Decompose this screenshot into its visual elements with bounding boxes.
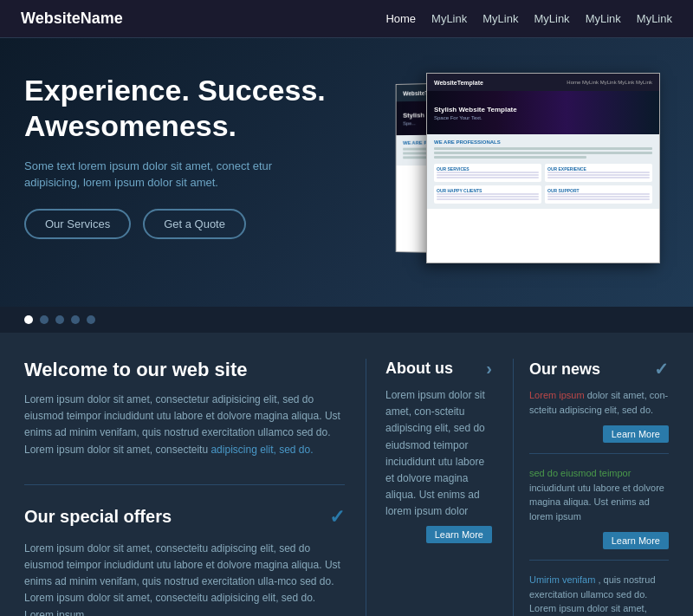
nav-link-2[interactable]: MyLink bbox=[483, 12, 518, 25]
about-learn-more-button[interactable]: Learn More bbox=[426, 526, 492, 543]
news-title: Our news ✓ bbox=[529, 359, 669, 379]
dot-4[interactable] bbox=[71, 315, 80, 324]
news-3-link[interactable]: Umirim venifam bbox=[529, 574, 595, 585]
mockup-service-our-services: OUR SERVICES bbox=[434, 164, 541, 182]
mockup-front-logo: WebsiteTemplate bbox=[434, 80, 483, 86]
about-column: About us › Lorem ipsum dolor sit amet, c… bbox=[366, 359, 492, 616]
hero-section: Experience. Success.Awesomeness. Some te… bbox=[0, 38, 693, 307]
news-1-learn-container: Learn More bbox=[529, 420, 669, 443]
offers-check-icon: ✓ bbox=[329, 506, 345, 528]
mockup-happy-clients-text bbox=[437, 193, 539, 200]
mockup-services-row-2: OUR HAPPY CLIENTS OUR SUPPORT bbox=[434, 185, 652, 204]
nav-link-4[interactable]: MyLink bbox=[586, 12, 621, 25]
dot-3[interactable] bbox=[55, 315, 64, 324]
content-columns: Welcome to our web site Lorem ipsum dolo… bbox=[24, 359, 669, 616]
news-item-3: Umirim venifam , quis nostrud exercitati… bbox=[529, 573, 669, 616]
news-2-learn-container: Learn More bbox=[529, 527, 669, 549]
nav-link-5[interactable]: MyLink bbox=[637, 12, 672, 25]
special-offers-section: Our special offers ✓ Lorem ipsum dolor s… bbox=[24, 484, 345, 616]
mockup-front: WebsiteTemplate Home MyLink MyLink MyLin… bbox=[426, 73, 660, 263]
hero-title: Experience. Success.Awesomeness. bbox=[24, 73, 353, 144]
nav-home[interactable]: Home bbox=[385, 12, 416, 25]
hero-buttons: Our Services Get a Quote bbox=[24, 209, 353, 239]
welcome-column: Welcome to our web site Lorem ipsum dolo… bbox=[24, 359, 345, 616]
news-title-text: Our news bbox=[529, 360, 600, 379]
news-2-link[interactable]: sed do eiusmod teimpor bbox=[529, 468, 631, 478]
news-1-learn-button[interactable]: Learn More bbox=[603, 425, 669, 443]
offers-title-text: Our special offers bbox=[24, 507, 172, 527]
offers-title: Our special offers ✓ bbox=[24, 506, 345, 528]
mockup-service-experience: OUR EXPERIENCE bbox=[545, 164, 652, 182]
main-nav: Home MyLink MyLink MyLink MyLink MyLink bbox=[385, 12, 672, 25]
mockup-services-row: OUR SERVICES OUR EXPERIENCE bbox=[434, 164, 652, 182]
our-services-button[interactable]: Our Services bbox=[24, 209, 131, 239]
news-item-1: Lorem ipsum dolor sit amet, con-scteitu … bbox=[529, 388, 669, 454]
hero-mockup: WebsiteTemplate Home MyLink MyLink MyLin… bbox=[374, 73, 669, 281]
mockup-front-hero-subtitle: Space For Your Text. bbox=[434, 115, 652, 120]
welcome-link[interactable]: adipiscing elit, sed do. bbox=[210, 444, 313, 456]
nav-link-1[interactable]: MyLink bbox=[431, 12, 467, 25]
mockup-service-support: OUR SUPPORT bbox=[545, 185, 652, 204]
main-content: Welcome to our web site Lorem ipsum dolo… bbox=[0, 333, 693, 616]
mockup-front-body: WE ARE PROFESSIONALS OUR SERVICES OUR EX… bbox=[427, 134, 659, 209]
news-column: Our news ✓ Lorem ipsum dolor sit amet, c… bbox=[513, 359, 669, 616]
hero-left: Experience. Success.Awesomeness. Some te… bbox=[24, 73, 353, 239]
dot-2[interactable] bbox=[40, 315, 49, 324]
about-body: Lorem ipsum dolor sit amet, con-scteitu … bbox=[385, 387, 492, 521]
dot-1[interactable] bbox=[24, 315, 33, 324]
mockup-front-nav: Home MyLink MyLink MyLink MyLink bbox=[567, 80, 652, 85]
site-header: WebsiteName Home MyLink MyLink MyLink My… bbox=[0, 0, 693, 38]
about-title: About us › bbox=[385, 359, 492, 379]
news-1-text: Lorem ipsum dolor sit amet, con-scteitu … bbox=[529, 388, 669, 417]
nav-link-3[interactable]: MyLink bbox=[534, 12, 569, 25]
mockup-front-hero: Stylish Website Template Space For Your … bbox=[427, 91, 659, 134]
slider-dots bbox=[0, 307, 693, 333]
about-title-text: About us bbox=[385, 360, 453, 378]
about-arrow-icon: › bbox=[486, 359, 492, 379]
news-1-link[interactable]: Lorem ipsum bbox=[529, 390, 585, 400]
get-quote-button[interactable]: Get a Quote bbox=[143, 209, 246, 239]
mockup-experience-text bbox=[547, 172, 650, 178]
news-arrow-icon: ✓ bbox=[654, 359, 669, 379]
mockup-our-services-text bbox=[437, 172, 539, 178]
news-3-text: Umirim venifam , quis nostrud exercitati… bbox=[529, 573, 669, 616]
about-learn-more-container: Learn More bbox=[385, 521, 492, 543]
mockup-front-professionals: WE ARE PROFESSIONALS bbox=[434, 139, 652, 145]
mockup-support-text bbox=[547, 193, 650, 200]
mockup-front-intro-lines bbox=[434, 147, 652, 159]
news-item-2: sed do eiusmod teimpor inciudidunt utu l… bbox=[529, 466, 669, 561]
hero-subtitle: Some text lorem ipsum dolor sit amet, co… bbox=[24, 158, 301, 191]
offers-body-1: Lorem ipsum dolor sit amet, consecteitu … bbox=[24, 541, 345, 616]
logo: WebsiteName bbox=[21, 10, 123, 28]
mockup-front-header: WebsiteTemplate Home MyLink MyLink MyLin… bbox=[427, 74, 659, 91]
welcome-title: Welcome to our web site bbox=[24, 359, 345, 381]
welcome-body: Lorem ipsum dolor sit amet, consectetur … bbox=[24, 392, 345, 458]
mockup-service-happy-clients: OUR HAPPY CLIENTS bbox=[434, 185, 541, 204]
mockup-front-hero-title: Stylish Website Template bbox=[434, 106, 652, 113]
dot-5[interactable] bbox=[87, 315, 95, 324]
news-2-body: inciudidunt utu labore et dolvore magina… bbox=[529, 483, 664, 522]
news-2-text: sed do eiusmod teimpor inciudidunt utu l… bbox=[529, 466, 669, 523]
news-2-learn-button[interactable]: Learn More bbox=[603, 532, 669, 549]
